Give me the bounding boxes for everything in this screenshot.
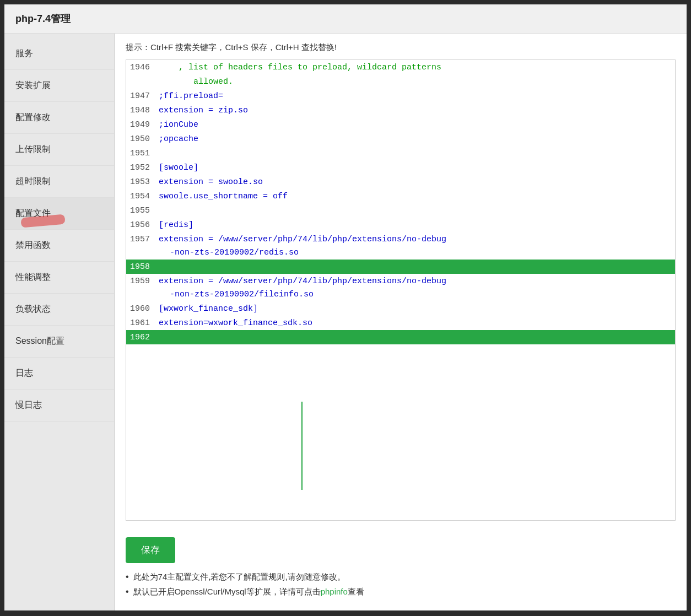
code-line-1957: 1957 extension = /www/server/php/74/lib/… [126, 232, 675, 260]
sidebar-item-slow-log[interactable]: 慢日志 [4, 390, 114, 422]
window-title: php-7.4管理 [4, 4, 687, 34]
code-line-1949: 1949 ;ionCube [126, 117, 675, 132]
sidebar-item-session[interactable]: Session配置 [4, 326, 114, 358]
code-line-1951: 1951 [126, 146, 675, 160]
sidebar-item-config-modify[interactable]: 配置修改 [4, 102, 114, 134]
note-item-2: • 默认已开启Openssl/Curl/Mysql等扩展，详情可点击phpinf… [126, 587, 676, 597]
sidebar-item-install-ext[interactable]: 安装扩展 [4, 70, 114, 102]
sidebar-item-load-status[interactable]: 负载状态 [4, 294, 114, 326]
main-content: 提示：Ctrl+F 搜索关键字，Ctrl+S 保存，Ctrl+H 查找替换! 1… [115, 34, 687, 610]
save-button[interactable]: 保存 [126, 537, 175, 563]
sidebar-item-disabled-func[interactable]: 禁用函数 [4, 230, 114, 262]
hint-bar: 提示：Ctrl+F 搜索关键字，Ctrl+S 保存，Ctrl+H 查找替换! [126, 42, 676, 53]
code-line-1946: 1946 , list of headers files to preload,… [126, 60, 675, 74]
sidebar-item-log[interactable]: 日志 [4, 358, 114, 390]
code-line-1959: 1959 extension = /www/server/php/74/lib/… [126, 274, 675, 301]
code-line-1956: 1956 [redis] [126, 218, 675, 232]
note-text-2: 默认已开启Openssl/Curl/Mysql等扩展，详情可点击phpinfo查… [133, 587, 364, 597]
sidebar: 服务 安装扩展 配置修改 上传限制 超时限制 配置文件 禁用函数 性能调整 负载… [4, 34, 115, 610]
code-line-1953: 1953 extension = swoole.so [126, 175, 675, 189]
sidebar-item-service[interactable]: 服务 [4, 38, 114, 70]
cursor-line-vertical [301, 402, 303, 490]
phpinfo-link[interactable]: phpinfo [321, 587, 348, 596]
sidebar-item-config-file[interactable]: 配置文件 [4, 198, 114, 230]
note-text-1: 此处为74主配置文件,若您不了解配置规则,请勿随意修改。 [133, 572, 346, 582]
code-editor[interactable]: 1946 , list of headers files to preload,… [126, 60, 676, 521]
note-item-1: • 此处为74主配置文件,若您不了解配置规则,请勿随意修改。 [126, 572, 676, 582]
code-line-1954: 1954 swoole.use_shortname = off [126, 189, 675, 203]
code-line-1948: 1948 extension = zip.so [126, 103, 675, 117]
code-line-1955: 1955 [126, 203, 675, 218]
sidebar-item-upload-limit[interactable]: 上传限制 [4, 134, 114, 166]
sidebar-item-performance[interactable]: 性能调整 [4, 262, 114, 294]
code-line-1960: 1960 [wxwork_finance_sdk] [126, 301, 675, 316]
code-line-1961: 1961 extension=wxwork_finance_sdk.so [126, 316, 675, 330]
code-line-1952: 1952 [swoole] [126, 160, 675, 175]
code-line-1946-cont: allowed. [126, 74, 675, 89]
code-line-1962: 1962 [126, 330, 675, 344]
code-line-1958: 1958 [126, 260, 675, 274]
code-line-1947: 1947 ;ffi.preload= [126, 89, 675, 103]
sidebar-item-timeout[interactable]: 超时限制 [4, 166, 114, 198]
code-line-1950: 1950 ;opcache [126, 132, 675, 146]
notes-section: • 此处为74主配置文件,若您不了解配置规则,请勿随意修改。 • 默认已开启Op… [126, 572, 676, 602]
